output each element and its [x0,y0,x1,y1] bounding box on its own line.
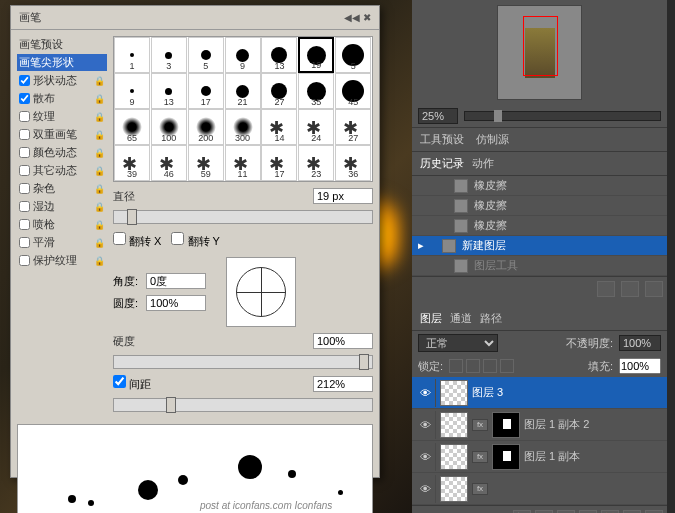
spacing-checkbox[interactable]: 间距 [113,375,151,392]
layer-row[interactable]: 👁 fx [412,473,667,505]
brush-preset-cell[interactable]: 19 [298,37,334,73]
brush-preset-cell[interactable]: 200 [188,109,224,145]
history-delete-button[interactable] [645,281,663,297]
lock-position-icon[interactable] [483,359,497,373]
brush-preset-cell[interactable]: 13 [261,37,297,73]
layer-thumbnail[interactable] [440,412,468,438]
flip-x-checkbox[interactable]: 翻转 X [113,232,161,249]
blend-mode-select[interactable]: 正常 [418,334,498,352]
brush-preset-cell[interactable]: 11 [225,145,261,181]
brush-preset-cell[interactable]: 13 [151,73,187,109]
brush-preset-cell[interactable]: 24 [298,109,334,145]
flip-y-checkbox[interactable]: 翻转 Y [171,232,219,249]
sidebar-scatter[interactable]: 散布🔒 [17,90,107,107]
brush-preset-cell[interactable]: 300 [225,109,261,145]
brush-preset-cell[interactable]: 5 [188,37,224,73]
sidebar-color[interactable]: 颜色动态🔒 [17,144,107,161]
spacing-input[interactable] [313,376,373,392]
tab-tool-preset[interactable]: 工具预设 [420,132,464,147]
roundness-input[interactable] [146,295,206,311]
fill-label: 填充: [588,359,613,374]
brush-preset-cell[interactable]: 27 [261,73,297,109]
brush-preset-cell[interactable]: 100 [151,109,187,145]
layer-thumbnail[interactable] [440,444,468,470]
brush-preset-cell[interactable]: 46 [151,145,187,181]
panel-arrows-icon[interactable]: ◀◀ ✖ [344,12,371,23]
lock-transparent-icon[interactable] [449,359,463,373]
angle-input[interactable] [146,273,206,289]
visibility-toggle[interactable]: 👁 [416,411,436,439]
tab-paths[interactable]: 路径 [480,311,502,326]
zoom-slider[interactable] [464,111,661,121]
brush-preset-cell[interactable]: 3 [151,37,187,73]
brush-preset-cell[interactable]: 27 [335,109,371,145]
brush-preset-cell[interactable]: 59 [188,145,224,181]
tab-history[interactable]: 历史记录 [420,156,464,171]
brush-preset-cell[interactable]: 9 [114,73,150,109]
tab-layers[interactable]: 图层 [420,311,442,326]
history-row[interactable]: 图层工具 [412,256,667,276]
layer-mask-thumbnail[interactable] [492,444,520,470]
brush-preset-cell[interactable]: 21 [225,73,261,109]
layer-row[interactable]: 👁 fx 图层 1 副本 2 [412,409,667,441]
navigator-viewport-box[interactable] [523,16,558,76]
diameter-input[interactable] [313,188,373,204]
brush-preset-cell[interactable]: 35 [298,73,334,109]
layer-row[interactable]: 👁 图层 3 [412,377,667,409]
brush-preset-cell[interactable]: 23 [298,145,334,181]
sidebar-preset[interactable]: 画笔预设 [17,36,107,53]
layer-name[interactable]: 图层 1 副本 2 [524,417,589,432]
lock-all-icon[interactable] [500,359,514,373]
brush-preset-cell[interactable]: 17 [188,73,224,109]
visibility-toggle[interactable]: 👁 [416,475,436,503]
sidebar-tip-shape[interactable]: 画笔尖形状 [17,54,107,71]
spacing-slider[interactable] [113,398,373,412]
brush-preset-cell[interactable]: 17 [261,145,297,181]
sidebar-smooth[interactable]: 平滑🔒 [17,234,107,251]
layer-thumbnail[interactable] [440,476,468,502]
brush-preset-cell[interactable]: 45 [335,73,371,109]
sidebar-dynamics[interactable]: 形状动态🔒 [17,72,107,89]
sidebar-airbrush[interactable]: 喷枪🔒 [17,216,107,233]
brush-preset-cell[interactable]: 9 [225,37,261,73]
fill-input[interactable] [619,358,661,374]
brush-preset-cell[interactable]: 5 [335,37,371,73]
brush-preset-cell[interactable]: 1 [114,37,150,73]
sidebar-noise[interactable]: 杂色🔒 [17,180,107,197]
tab-actions[interactable]: 动作 [472,156,494,171]
brush-preset-cell[interactable]: 65 [114,109,150,145]
sidebar-texture[interactable]: 纹理🔒 [17,108,107,125]
brush-preset-cell[interactable]: 14 [261,109,297,145]
visibility-toggle[interactable]: 👁 [416,379,436,407]
diameter-slider[interactable] [113,210,373,224]
brush-preset-cell[interactable]: 36 [335,145,371,181]
navigator-thumbnail[interactable] [497,5,582,100]
hardness-input[interactable] [313,333,373,349]
lock-paint-icon[interactable] [466,359,480,373]
tab-clone-source[interactable]: 仿制源 [476,132,509,147]
history-row[interactable]: 橡皮擦 [412,196,667,216]
brush-preset-cell[interactable]: 39 [114,145,150,181]
opacity-input[interactable] [619,335,661,351]
zoom-input[interactable] [418,108,458,124]
sidebar-wet[interactable]: 湿边🔒 [17,198,107,215]
tab-channels[interactable]: 通道 [450,311,472,326]
layer-name[interactable]: 图层 1 副本 [524,449,580,464]
layer-name[interactable]: 图层 3 [472,385,503,400]
history-row[interactable]: ▸新建图层 [412,236,667,256]
sidebar-other[interactable]: 其它动态🔒 [17,162,107,179]
hardness-slider[interactable] [113,355,373,369]
layer-row[interactable]: 👁 fx 图层 1 副本 [412,441,667,473]
layer-thumbnail[interactable] [440,380,468,406]
brush-picker-grid[interactable]: 1359131959131721273545651002003001424273… [113,36,373,182]
layer-mask-thumbnail[interactable] [492,412,520,438]
history-row[interactable]: 橡皮擦 [412,176,667,196]
sidebar-dual[interactable]: 双重画笔🔒 [17,126,107,143]
history-new-button[interactable] [621,281,639,297]
visibility-toggle[interactable]: 👁 [416,443,436,471]
history-snapshot-button[interactable] [597,281,615,297]
brush-angle-widget[interactable] [226,257,296,327]
eraser-icon [454,179,468,193]
sidebar-protect[interactable]: 保护纹理🔒 [17,252,107,269]
history-row[interactable]: 橡皮擦 [412,216,667,236]
